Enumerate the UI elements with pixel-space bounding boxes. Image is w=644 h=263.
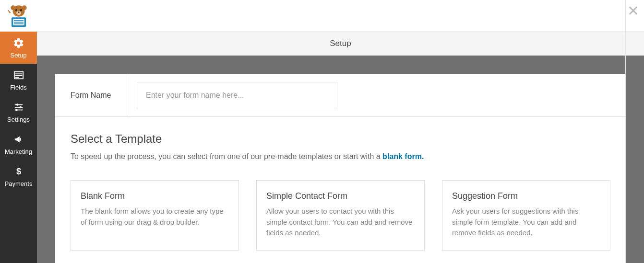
gear-icon: [13, 37, 24, 49]
template-card-simple-contact[interactable]: Simple Contact Form Allow your users to …: [256, 180, 425, 251]
template-title: Simple Contact Form: [266, 191, 415, 201]
sidebar-item-settings[interactable]: Settings: [0, 96, 37, 128]
template-card-suggestion[interactable]: Suggestion Form Ask your users for sugge…: [442, 180, 610, 251]
close-icon[interactable]: ✕: [627, 4, 639, 18]
template-desc: The blank form allows you to create any …: [81, 206, 229, 228]
top-bar: ✕: [0, 0, 644, 32]
bullhorn-icon: [13, 134, 24, 145]
template-desc: Ask your users for suggestions with this…: [452, 206, 600, 239]
sidebar-item-label: Setup: [11, 52, 27, 59]
svg-rect-9: [14, 20, 24, 21]
template-title: Suggestion Form: [452, 191, 600, 201]
sidebar-item-payments[interactable]: $ Payments: [0, 160, 37, 192]
select-template-heading: Select a Template: [71, 132, 610, 146]
page-title: Setup: [37, 32, 644, 56]
app-logo: [6, 4, 32, 28]
blank-form-link[interactable]: blank form.: [382, 152, 424, 160]
form-name-input[interactable]: [137, 82, 337, 108]
sidebar: Setup Fields Settings Marketing $ Paymen…: [0, 32, 37, 263]
vertical-divider: [625, 0, 626, 263]
sidebar-item-fields[interactable]: Fields: [0, 64, 37, 96]
svg-point-17: [16, 103, 18, 106]
svg-point-3: [15, 9, 17, 11]
svg-point-19: [19, 106, 22, 109]
template-desc: Allow your users to contact you with thi…: [266, 206, 415, 239]
template-title: Blank Form: [81, 191, 229, 201]
dollar-icon: $: [13, 166, 24, 177]
sidebar-item-label: Payments: [5, 180, 33, 187]
sidebar-item-label: Settings: [7, 116, 30, 123]
sidebar-item-label: Marketing: [5, 148, 32, 155]
main-area: Setup Form Name Select a Template To spe…: [37, 32, 644, 263]
svg-text:$: $: [16, 166, 21, 176]
svg-rect-10: [14, 22, 24, 23]
svg-point-2: [22, 5, 27, 10]
template-list: Blank Form The blank form allows you to …: [71, 180, 610, 251]
svg-point-1: [11, 5, 15, 10]
svg-point-6: [18, 11, 19, 13]
select-template-subtext-pre: To speed up the process, you can select …: [71, 152, 382, 160]
fields-icon: [13, 69, 24, 81]
svg-rect-11: [14, 23, 24, 24]
svg-point-4: [20, 9, 22, 11]
template-card-blank-form[interactable]: Blank Form The blank form allows you to …: [71, 180, 239, 251]
svg-point-21: [15, 109, 18, 111]
form-name-label: Form Name: [55, 74, 127, 116]
sidebar-item-marketing[interactable]: Marketing: [0, 128, 37, 160]
select-template-subtext: To speed up the process, you can select …: [71, 152, 610, 161]
setup-panel: Form Name Select a Template To speed up …: [55, 74, 626, 263]
form-name-row: Form Name: [55, 74, 626, 117]
sidebar-item-setup[interactable]: Setup: [0, 32, 37, 64]
sliders-icon: [13, 102, 24, 113]
sidebar-item-label: Fields: [10, 84, 27, 91]
